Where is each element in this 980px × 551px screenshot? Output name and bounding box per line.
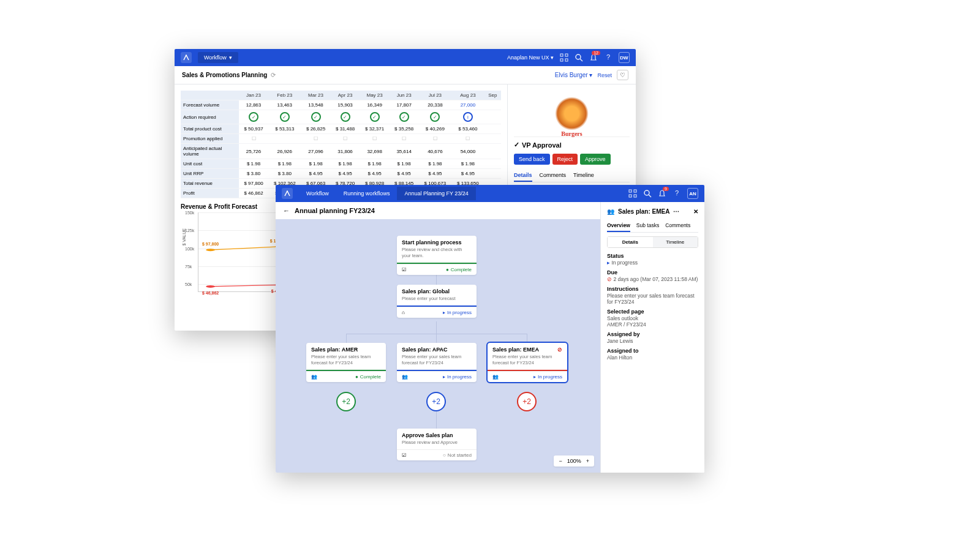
approve-button[interactable]: Approve [580, 154, 611, 165]
more-icon[interactable]: ⋯ [673, 208, 679, 215]
svg-rect-1 [565, 54, 568, 56]
page-title: Sales & Promotions Planning [182, 72, 267, 78]
detail-panel: 👥 Sales plan: EMEA ⋯ ✕ Overview Sub task… [600, 202, 704, 473]
due-value: ⊘ 2 days ago (Mar 07, 2023 11:58 AM) [607, 276, 698, 282]
filter-dropdown[interactable]: Elvis Burger ▾ [555, 72, 593, 78]
workflow-window: Workflow Running workflows Annual Planni… [276, 185, 704, 473]
panel-tabs: Overview Sub tasks Comments [607, 220, 698, 233]
users-icon: 👥 [402, 374, 408, 380]
svg-rect-18 [629, 195, 631, 197]
svg-rect-2 [560, 59, 563, 61]
users-icon: 👥 [311, 374, 317, 380]
chart-point-label: $ 97,800 [202, 242, 219, 246]
plus-emea[interactable]: +2 [517, 392, 537, 411]
table-row: Action required✓✓✓✓✓✓✓i [181, 110, 501, 124]
bell-icon[interactable]: 9 [658, 189, 666, 198]
overdue-icon: ⊘ [557, 347, 562, 353]
chevron-down-icon: ▾ [229, 54, 232, 61]
toggle-timeline[interactable]: Timeline [653, 237, 698, 247]
nav-running[interactable]: Running workflows [336, 187, 398, 200]
context-dropdown[interactable]: Anaplan New UX ▾ [507, 54, 554, 61]
approval-icon: ✓ [514, 141, 519, 149]
product-image: Burgers [555, 97, 589, 130]
tab-subtasks[interactable]: Sub tasks [636, 220, 659, 232]
search-icon[interactable] [575, 53, 583, 62]
node-approve[interactable]: Approve Sales planPlease review and Appr… [397, 429, 477, 460]
status-badge: ▸ In progress [533, 374, 562, 380]
plus-amer[interactable]: +2 [336, 392, 356, 411]
svg-point-6 [206, 249, 215, 251]
workflow-dropdown[interactable]: Workflow ▾ [198, 52, 238, 63]
grid-icon[interactable] [560, 53, 568, 62]
plus-apac[interactable]: +2 [426, 392, 446, 411]
checkbox-icon: ☐ [402, 136, 406, 141]
checkmark-icon: ✓ [249, 112, 258, 122]
table-row: Forecast volume12,86313,46313,54815,9031… [181, 100, 501, 110]
status-label: Status [607, 253, 698, 259]
node-apac[interactable]: Sales plan: APACPlease enter your sales … [397, 343, 477, 382]
back-arrow-icon[interactable]: ← [283, 207, 290, 214]
svg-line-5 [580, 59, 582, 61]
due-label: Due [607, 269, 698, 276]
checkmark-icon: ✓ [430, 112, 440, 122]
checkmark-icon: ✓ [341, 112, 350, 122]
send-back-button[interactable]: Send back [514, 154, 550, 165]
svg-rect-17 [634, 190, 636, 192]
instructions-label: Instructions [607, 286, 698, 292]
zoom-control: − 100% + [554, 455, 594, 467]
node-global[interactable]: Sales plan: GlobalPlease enter your fore… [397, 285, 477, 318]
assigned-by-value: Jane Lewis [607, 338, 698, 344]
checkmark-icon: ✓ [370, 112, 380, 122]
close-icon[interactable]: ✕ [693, 208, 698, 215]
nav-workflow[interactable]: Workflow [299, 187, 336, 200]
tab-comments[interactable]: Comments [665, 220, 690, 232]
status-value: ▸ In progress [607, 260, 698, 266]
nav-annual[interactable]: Annual Planning FY 23/24 [397, 187, 475, 200]
assigned-to-label: Assigned to [607, 348, 698, 354]
chart-point-label: $ 46,862 [202, 290, 219, 294]
view-toggle: Details Timeline [607, 236, 698, 248]
tab-details[interactable]: Details [514, 170, 532, 182]
tab-comments[interactable]: Comments [540, 170, 567, 182]
workflow-canvas[interactable]: ← Annual planning FY23/24 Start planning… [276, 202, 600, 473]
info-icon: i [463, 112, 473, 122]
notif-badge: 12 [592, 51, 600, 55]
toggle-details[interactable]: Details [608, 237, 653, 247]
grid-icon[interactable] [628, 189, 637, 198]
help-icon[interactable]: ? [673, 189, 681, 198]
tab-timeline[interactable]: Timeline [573, 170, 594, 182]
table-row: Unit cost$ 1.98$ 1.98$ 1.98$ 1.98$ 1.98$… [181, 159, 501, 169]
bookmark-icon[interactable]: ♡ [617, 70, 628, 80]
checkmark-icon: ✓ [311, 112, 321, 122]
selected-label: Selected page [607, 309, 698, 315]
svg-rect-3 [565, 59, 568, 61]
tab-overview[interactable]: Overview [607, 220, 630, 232]
zoom-level: 100% [567, 458, 581, 464]
svg-rect-16 [629, 190, 631, 192]
approve-icon: ☑ [402, 452, 406, 458]
users-icon: 👥 [607, 208, 614, 215]
hierarchy-icon: ⌂ [402, 310, 405, 315]
checkbox-icon: ☐ [343, 136, 347, 141]
node-emea[interactable]: Sales plan: EMEA⊘Please enter your sales… [488, 343, 567, 382]
assigned-to-value: Alan Hilton [607, 354, 698, 361]
search-icon[interactable] [643, 189, 652, 198]
bell-icon[interactable]: 12 [589, 53, 598, 62]
svg-point-4 [576, 54, 581, 59]
svg-line-21 [649, 195, 651, 197]
zoom-out-button[interactable]: − [559, 458, 562, 464]
reset-button[interactable]: Reset [597, 72, 612, 78]
help-icon[interactable]: ? [604, 53, 612, 62]
reject-button[interactable]: Reject [552, 154, 578, 165]
node-amer[interactable]: Sales plan: AMERPlease enter your sales … [306, 343, 386, 382]
refresh-icon[interactable]: ⟳ [271, 72, 276, 78]
checkbox-icon: ☐ [433, 136, 437, 141]
user-avatar[interactable]: AN [687, 188, 698, 199]
zoom-in-button[interactable]: + [586, 458, 589, 464]
node-start[interactable]: Start planning processPlease review and … [397, 236, 477, 275]
user-avatar[interactable]: DW [619, 52, 630, 63]
table-row: Unit RRP$ 3.80$ 3.80$ 4.95$ 4.95$ 4.95$ … [181, 169, 501, 179]
svg-rect-19 [634, 195, 636, 197]
assigned-by-label: Assigned by [607, 331, 698, 337]
svg-point-20 [644, 190, 649, 195]
